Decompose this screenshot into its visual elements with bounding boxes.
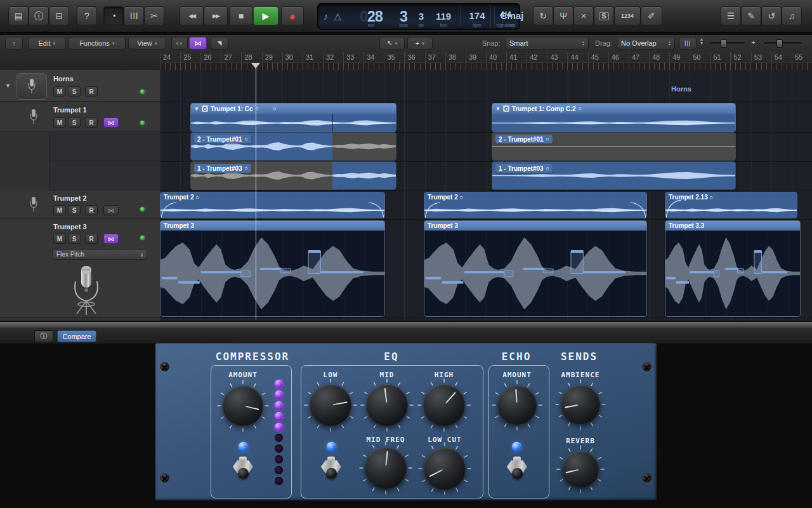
- region-trumpet2-b[interactable]: Trumpet 2 ○: [424, 192, 647, 218]
- rewind-button[interactable]: ◀◀: [180, 6, 204, 25]
- loop-browser-button[interactable]: ↺: [761, 6, 782, 25]
- take-active-segment[interactable]: [332, 162, 396, 189]
- metronome-click-button[interactable]: ✐: [641, 6, 662, 25]
- take-folder-region[interactable]: ▼ C Trumpet 1: Comp C.2 ○: [492, 103, 736, 132]
- track-header-trumpet-3[interactable]: Trumpet 3 M S R ⋈ Flex Pitch ▴▾: [0, 219, 160, 318]
- horizontal-zoom-thumb[interactable]: [776, 39, 783, 48]
- sends-reverb-knob[interactable]: [562, 451, 599, 488]
- region-header[interactable]: Trumpet 3: [424, 221, 646, 231]
- vertical-zoom-slider[interactable]: [709, 42, 745, 44]
- bar-ruler[interactable]: 2425262728293031323334353637383940414243…: [0, 52, 812, 70]
- flex-pitch-body[interactable]: [665, 231, 800, 316]
- flex-mode-dropdown[interactable]: Flex Pitch ▴▾: [52, 249, 147, 260]
- take-name-chip[interactable]: 1 - Trumpet#03○: [194, 164, 251, 173]
- take-name-chip[interactable]: 2 - Trumpet#01○: [194, 135, 251, 144]
- record-button[interactable]: ●: [281, 6, 304, 25]
- arrange-area[interactable]: Horns ▼ C Trumpet 1: Cc ○ ○ 2 - Trumpet#…: [160, 70, 812, 321]
- eq-toggle-switch[interactable]: [320, 457, 342, 481]
- forward-button[interactable]: ▶▶: [204, 6, 228, 25]
- sends-ambience-knob[interactable]: [561, 385, 600, 424]
- mixer-button[interactable]: ☰: [124, 6, 144, 25]
- stop-button[interactable]: ■: [229, 6, 253, 25]
- flex-toggle[interactable]: ⋈: [103, 205, 119, 215]
- lcd-display[interactable]: ♪ △ 028 bar 3 beat 3 div 119 tick 174 bp…: [317, 3, 520, 30]
- record-enable-button[interactable]: R: [85, 205, 98, 215]
- note-pads-button[interactable]: ✎: [741, 6, 761, 25]
- disclosure-icon[interactable]: ▼: [194, 106, 199, 112]
- playhead-handle[interactable]: [251, 63, 260, 69]
- playhead[interactable]: [256, 63, 256, 319]
- mute-button[interactable]: M: [53, 86, 66, 97]
- region-header[interactable]: Trumpet 3: [160, 221, 384, 231]
- eq-low-knob[interactable]: [310, 384, 351, 426]
- fade-in-curve[interactable]: [161, 202, 176, 218]
- take-lane-header[interactable]: [49, 132, 160, 161]
- flex-pitch-body[interactable]: [160, 231, 384, 316]
- region-trumpet2-c[interactable]: Trumpet 2.13 ○: [665, 192, 797, 218]
- mute-button[interactable]: M: [53, 234, 66, 244]
- toolbar-button[interactable]: ⊟: [49, 6, 69, 25]
- take-folder-header[interactable]: ▼ C Trumpet 1: Comp C.2 ○: [492, 104, 735, 114]
- eq-low-cut-knob[interactable]: [424, 448, 466, 490]
- compressor-amount-knob[interactable]: [223, 385, 263, 426]
- echo-toggle-switch[interactable]: [506, 457, 528, 481]
- vertical-zoom-thumb[interactable]: [721, 39, 727, 48]
- track-header-horns[interactable]: ▼ Horns M S R: [0, 70, 160, 102]
- take-folder-header[interactable]: ▼ C Trumpet 1: Cc ○ ○: [191, 104, 396, 114]
- mute-button[interactable]: M: [53, 205, 66, 215]
- take-inactive-segment[interactable]: [332, 133, 396, 160]
- region-trumpet3-b[interactable]: Trumpet 3: [424, 220, 647, 317]
- disclosure-icon[interactable]: ▼: [495, 106, 501, 112]
- cycle-button[interactable]: ↻: [533, 6, 553, 25]
- quick-help-button[interactable]: ?: [77, 6, 97, 25]
- pointer-tool-menu[interactable]: ↖▾: [379, 37, 405, 50]
- play-button[interactable]: ▶: [253, 6, 278, 25]
- eq-high-knob[interactable]: [423, 384, 465, 426]
- waveform-zoom-button[interactable]: |||: [679, 37, 697, 50]
- smart-controls-button[interactable]: ◔: [103, 6, 124, 25]
- track-header-trumpet-2[interactable]: Trumpet 2 M S R ⋈: [0, 190, 160, 219]
- track-name[interactable]: Trumpet 1: [53, 106, 87, 114]
- solo-button[interactable]: S: [68, 86, 81, 97]
- command-tool-menu[interactable]: +▾: [407, 37, 433, 50]
- compressor-toggle-switch[interactable]: [232, 457, 254, 481]
- drag-dropdown[interactable]: No Overlap ▴▾: [617, 37, 675, 50]
- mute-button[interactable]: M: [53, 117, 66, 128]
- library-button[interactable]: ▤: [8, 6, 29, 25]
- snap-dropdown[interactable]: Smart ▴▾: [505, 37, 589, 50]
- fade-out-curve[interactable]: [369, 202, 384, 218]
- flex-pitch-body[interactable]: [424, 231, 646, 316]
- track-name[interactable]: Trumpet 2: [53, 194, 87, 202]
- track-name[interactable]: Horns: [53, 75, 74, 83]
- inspector-button[interactable]: ⓘ: [29, 6, 49, 25]
- plugin-info-button[interactable]: ⓘ: [34, 330, 53, 342]
- take-region[interactable]: 1 - Trumpet#03○: [492, 161, 736, 190]
- record-enable-button[interactable]: R: [85, 117, 98, 128]
- track-name[interactable]: Trumpet 3: [53, 223, 87, 231]
- eq-mid-knob[interactable]: [366, 384, 408, 426]
- list-editors-button[interactable]: ☰: [721, 6, 741, 25]
- view-menu[interactable]: View▾: [128, 37, 166, 50]
- fade-in-curve[interactable]: [425, 202, 440, 218]
- take-folder-region[interactable]: ▼ C Trumpet 1: Cc ○ ○: [190, 103, 396, 132]
- take-name-chip[interactable]: 2 - Trumpet#01○: [495, 135, 553, 144]
- take-region[interactable]: 2 - Trumpet#01○: [492, 132, 736, 161]
- catch-playhead-button[interactable]: ◥: [211, 37, 228, 50]
- functions-menu[interactable]: Functions▾: [69, 37, 126, 50]
- automation-button[interactable]: ∘∘: [171, 37, 188, 50]
- solo-button[interactable]: S: [594, 6, 614, 25]
- flex-toggle[interactable]: ⋈: [103, 234, 119, 244]
- horizontal-zoom-slider[interactable]: [764, 42, 802, 44]
- media-browser-button[interactable]: ♫: [782, 6, 802, 25]
- echo-amount-knob[interactable]: [497, 385, 537, 425]
- solo-button[interactable]: S: [68, 205, 81, 215]
- flex-button[interactable]: ⋈: [189, 37, 207, 50]
- take-region[interactable]: 2 - Trumpet#01○: [190, 132, 396, 161]
- solo-button[interactable]: S: [68, 234, 81, 244]
- take-region[interactable]: 1 - Trumpet#03○: [190, 161, 396, 190]
- solo-button[interactable]: S: [68, 117, 81, 128]
- eq-mid-freq-knob[interactable]: [365, 447, 407, 489]
- record-enable-button[interactable]: R: [85, 234, 98, 244]
- hide-inspector-button[interactable]: ↑: [5, 37, 23, 50]
- loop-icon[interactable]: ○: [273, 105, 276, 112]
